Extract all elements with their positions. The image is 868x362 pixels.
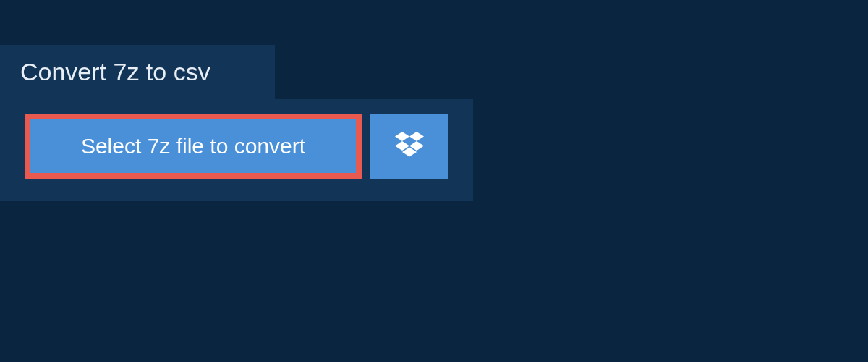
tab-convert: Convert 7z to csv [0, 45, 275, 99]
select-file-button[interactable]: Select 7z file to convert [25, 114, 362, 179]
select-file-label: Select 7z file to convert [81, 134, 305, 159]
tab-title: Convert 7z to csv [20, 58, 210, 85]
convert-panel: Select 7z file to convert [0, 99, 473, 201]
dropbox-button[interactable] [370, 114, 448, 179]
dropbox-icon [395, 132, 424, 161]
